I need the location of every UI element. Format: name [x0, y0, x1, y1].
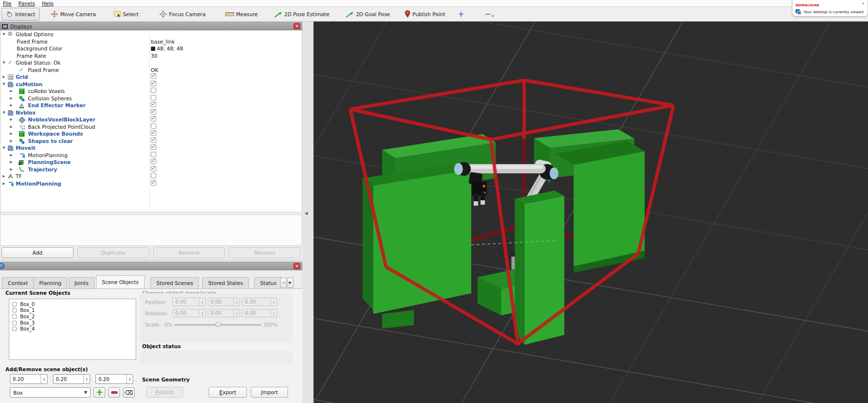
expand-arrow-icon[interactable]: ▶	[9, 88, 14, 95]
motionplanning-panel-titlebar[interactable]: ✕	[0, 262, 302, 270]
tree-row-trajectory[interactable]: ▶ Trajectory	[0, 166, 302, 173]
expand-arrow-icon[interactable]: ▶	[1, 173, 6, 180]
planningscene-checkbox[interactable]	[151, 159, 156, 164]
notification-close-icon[interactable]: x	[862, 1, 864, 5]
frame-rate-value[interactable]: 30	[151, 52, 157, 60]
expand-arrow-icon[interactable]: ▼	[1, 31, 6, 38]
expand-arrow-icon[interactable]: ▶	[9, 130, 14, 138]
box1-checkbox[interactable]	[12, 308, 17, 312]
tree-row-nvblox-voxel-block-layer[interactable]: ▶ NvbloxVoxelBlockLayer	[0, 116, 302, 123]
expand-arrow-icon[interactable]: ▶	[9, 102, 14, 109]
moveit-checkbox[interactable]	[151, 144, 156, 150]
scene-objects-list[interactable]: Box_0 Box_1 Box_2 Box_3 Box_4	[9, 299, 136, 360]
spin-arrows-icon[interactable]: ▴▾	[126, 375, 133, 383]
menu-file[interactable]: File	[3, 0, 12, 6]
curobo-voxels-checkbox[interactable]	[151, 88, 156, 93]
shape-type-dropdown[interactable]: Box▼	[10, 387, 91, 398]
tab-scene-objects[interactable]: Scene Objects	[96, 275, 145, 288]
tree-row-frame-rate[interactable]: Frame Rate 30	[0, 52, 302, 60]
tool-publish-point[interactable]: Publish Point	[401, 8, 449, 21]
tree-row-curobo-voxels[interactable]: ▶ cuRobo Voxels	[0, 88, 302, 95]
tab-context[interactable]: Context	[2, 277, 34, 288]
collision-spheres-checkbox[interactable]	[151, 95, 156, 100]
panel-splitter[interactable]: ◀	[302, 22, 313, 403]
expand-arrow-icon[interactable]: ▶	[1, 180, 6, 188]
tool-interact[interactable]: Interact	[1, 8, 40, 21]
tree-row-motionplanning-display[interactable]: ▶ MotionPlanning	[0, 180, 302, 188]
menu-panels[interactable]: Panels	[19, 0, 35, 6]
tree-row-cumotion[interactable]: ▼ cuMotion	[0, 81, 302, 88]
spin-arrows-icon[interactable]: ▴▾	[233, 309, 240, 317]
dim-x-spinbox[interactable]: 0.20▴▾	[10, 374, 48, 384]
tool-focus-camera[interactable]: Focus Camera	[155, 8, 210, 21]
add-object-button[interactable]: +	[94, 387, 105, 398]
displays-close-button[interactable]: ✕	[293, 23, 300, 29]
spin-arrows-icon[interactable]: ▴▾	[41, 375, 47, 383]
tool-2d-pose-estimate[interactable]: 2D Pose Estimate	[270, 8, 333, 21]
dim-y-spinbox[interactable]: 0.20▴▾	[53, 374, 90, 384]
tab-joints[interactable]: Joints	[69, 277, 95, 288]
spin-arrows-icon[interactable]: ▴▾	[199, 309, 205, 317]
scale-slider[interactable]	[174, 324, 262, 326]
expand-arrow-icon[interactable]: ▼	[1, 144, 6, 152]
splitter-collapse-icon[interactable]: ◀	[305, 211, 308, 215]
expand-arrow-icon[interactable]: ▶	[9, 116, 14, 123]
expand-arrow-icon[interactable]: ▶	[9, 159, 14, 166]
duplicate-display-button[interactable]: Duplicate	[77, 247, 149, 258]
shapes-to-clear-checkbox[interactable]	[151, 138, 156, 143]
spin-arrows-icon[interactable]: ▴▾	[270, 298, 277, 306]
tool-move-camera[interactable]: Move Camera	[47, 8, 100, 21]
expand-arrow-icon[interactable]: ▼	[1, 81, 6, 88]
tab-scroll-right-icon[interactable]: ▶	[287, 278, 293, 288]
tab-stored-scenes[interactable]: Stored Scenes	[150, 277, 199, 288]
tree-row-background-color[interactable]: Background Color 48; 48; 48	[0, 45, 302, 52]
position-y-spinbox[interactable]: 0.00▴▾	[208, 298, 240, 306]
import-button[interactable]: Import	[251, 387, 288, 398]
nvblox-checkbox[interactable]	[151, 109, 156, 115]
tab-status[interactable]: Status	[254, 277, 282, 288]
end-effector-marker-checkbox[interactable]	[151, 102, 156, 107]
box3-checkbox[interactable]	[12, 321, 17, 325]
tree-row-global-status[interactable]: ▼ Global Status: Ok	[0, 59, 302, 67]
motionplanning-close-button[interactable]: ✕	[293, 263, 300, 269]
expand-arrow-icon[interactable]: ▶	[9, 166, 14, 173]
cumotion-checkbox[interactable]	[151, 81, 156, 86]
displays-tree[interactable]: ▼ Global Options Fixed Frame base_link B…	[0, 30, 302, 213]
background-color-value[interactable]: 48; 48; 48	[151, 45, 183, 52]
expand-arrow-icon[interactable]: ▶	[9, 95, 14, 102]
tab-planning[interactable]: Planning	[33, 277, 67, 288]
add-display-button[interactable]: Add	[1, 247, 73, 258]
scale-slider-handle[interactable]	[216, 322, 221, 327]
tree-row-fixed-frame[interactable]: Fixed Frame base_link	[0, 38, 302, 46]
fixed-frame-value[interactable]: base_link	[151, 38, 175, 46]
tf-checkbox[interactable]	[151, 173, 156, 178]
remove-object-button[interactable]	[108, 387, 120, 398]
box4-checkbox[interactable]	[12, 327, 17, 331]
displays-panel-titlebar[interactable]: Displays ✕	[0, 22, 302, 30]
menu-help[interactable]: Help	[42, 0, 53, 6]
tree-row-moveit[interactable]: ▼ Moveit	[0, 144, 302, 152]
clear-object-button[interactable]: ⌫	[123, 387, 135, 398]
grid-checkbox[interactable]	[151, 73, 156, 79]
box2-checkbox[interactable]	[12, 314, 17, 319]
rotation-y-spinbox[interactable]: 0.00▴▾	[208, 309, 240, 317]
dim-z-spinbox[interactable]: 0.20▴▾	[96, 374, 133, 384]
expand-arrow-icon[interactable]: ▶	[9, 138, 14, 145]
tree-row-global-options[interactable]: ▼ Global Options	[0, 31, 302, 38]
expand-arrow-icon[interactable]: ▶	[1, 73, 6, 81]
spin-arrows-icon[interactable]: ▴▾	[270, 309, 277, 317]
add-tool-button[interactable]: +	[453, 10, 469, 19]
nvblox-voxel-block-layer-checkbox[interactable]	[151, 116, 156, 121]
expand-arrow-icon[interactable]: ▼	[1, 59, 6, 67]
position-z-spinbox[interactable]: 0.00▴▾	[242, 298, 277, 306]
expand-arrow-icon[interactable]: ▼	[1, 109, 6, 117]
tool-measure[interactable]: Measure	[221, 8, 262, 21]
3d-viewport[interactable]	[313, 22, 868, 403]
list-item-box4[interactable]: Box_4	[9, 326, 136, 332]
list-item-box2[interactable]: Box_2	[9, 313, 136, 320]
box0-checkbox[interactable]	[12, 302, 17, 307]
list-item-box0[interactable]: Box_0	[9, 301, 136, 308]
tab-stored-states[interactable]: Stored States	[202, 277, 249, 288]
rotation-z-spinbox[interactable]: 0.00▴▾	[242, 309, 277, 317]
spin-arrows-icon[interactable]: ▴▾	[199, 298, 205, 306]
